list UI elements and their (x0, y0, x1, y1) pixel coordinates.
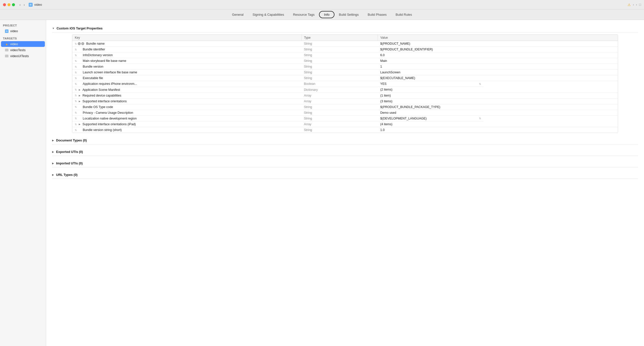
table-row: ⇅ ▶ Required device capabilities Array (… (72, 93, 618, 98)
window-controls (3, 3, 15, 6)
target-videouitests-label: videoUITests (10, 54, 29, 58)
table-row: ⇅ Launch screen interface file base name… (72, 70, 618, 75)
table-row: ⇅ Bundle OS Type code String $(PRODUCT_B… (72, 104, 618, 110)
value-cell: (4 items) (378, 122, 618, 127)
table-row: ⇅ Main storyboard file base name String … (72, 58, 618, 64)
file-icon: ▤ (29, 3, 33, 7)
stepper-icon: ⇅ (75, 111, 77, 114)
sidebar-item-video-target[interactable]: ▲ video (1, 41, 45, 47)
warning-icon: ⚠ (628, 3, 631, 7)
stepper-icon: ⇅ (75, 60, 77, 62)
row-plus-btn[interactable]: + (81, 42, 84, 45)
table-row: ⇅ ▶ Application Scene Manifest Dictionar… (72, 87, 618, 93)
file-name: video (34, 3, 42, 7)
table-row: ⇅ Bundle identifier String $(PRODUCT_BUN… (72, 47, 618, 52)
type-cell: Array (301, 98, 378, 104)
key-cell: ⇅ Bundle version (75, 65, 299, 68)
stepper-icon: ⇅ (75, 77, 77, 80)
targets-section-label: TARGETS (0, 36, 46, 41)
section-title-url: URL Types (0) (56, 173, 78, 177)
key-label: Bundle version (83, 65, 104, 68)
type-cell: String (301, 116, 378, 122)
key-cell: ⇅ InfoDictionary version (75, 53, 299, 57)
key-cell: ⇅ Bundle version string (short) (75, 128, 299, 132)
close-button[interactable] (3, 3, 6, 6)
tabbar: General Signing & Capabilities Resource … (0, 10, 644, 20)
table-row: ⇅ Application requires iPhone environm..… (72, 81, 618, 87)
key-cell: ⇅ Main storyboard file base name (75, 59, 299, 63)
expand-arrow[interactable]: ▶ (79, 89, 80, 91)
folder-icon-tests (5, 49, 8, 51)
expand-arrow[interactable]: ▶ (79, 123, 80, 126)
key-label: Bundle identifier (83, 48, 105, 51)
key-cell: ⇅ Bundle OS Type code (75, 105, 299, 109)
section-exported-utis[interactable]: ▶ Exported UTIs (0) (52, 147, 638, 156)
key-label: Launch screen interface file base name (83, 71, 137, 74)
type-cell: Array (301, 122, 378, 127)
section-triangle-doc: ▶ (52, 139, 54, 142)
section-custom-ios[interactable]: ▼ Custom iOS Target Properties (52, 24, 638, 33)
type-cell: String (301, 75, 378, 81)
key-label: Required device capabilities (82, 94, 121, 97)
titlebar: ‹ › ▤ video ⚠ ‹ › □ (0, 0, 644, 10)
stepper-icon: ⇅ (75, 54, 77, 57)
expand-arrow[interactable]: ▶ (79, 100, 80, 103)
tab-build-rules[interactable]: Build Rules (391, 12, 416, 18)
section-imported-utis[interactable]: ▶ Imported UTIs (0) (52, 159, 638, 167)
main-layout: PROJECT ▤ video TARGETS ▲ video videoTes… (0, 20, 644, 346)
type-cell: String (301, 47, 378, 52)
stepper-icon: ⇅ (75, 65, 77, 68)
tab-resource[interactable]: Resource Tags (288, 12, 319, 18)
col-header-type: Type (301, 35, 378, 41)
back-button[interactable]: ‹ (18, 2, 22, 7)
table-row: ⇅ ▶ Supported interface orientations (iP… (72, 122, 618, 127)
type-cell: String (301, 110, 378, 116)
sidebar-item-video-project[interactable]: ▤ video (1, 28, 45, 34)
value-cell: (2 items) (378, 87, 618, 93)
stepper-icon: ⇅ (75, 106, 77, 108)
forward-button[interactable]: › (23, 2, 26, 7)
type-cell: String (301, 127, 378, 133)
key-cell: ⇅ Bundle identifier (75, 48, 299, 51)
key-cell: ⇅ ▶ Supported interface orientations (75, 100, 299, 103)
titlebar-right: ⚠ ‹ › □ (628, 3, 641, 7)
tab-build-settings[interactable]: Build Settings (334, 12, 363, 18)
window-size-icon: □ (639, 3, 641, 7)
type-cell: String (301, 52, 378, 58)
key-label: Executable file (83, 76, 103, 80)
row-minus-btn[interactable]: − (78, 42, 81, 45)
tab-info[interactable]: Info (319, 11, 334, 18)
type-cell: String (301, 104, 378, 110)
value-cell: $(EXECUTABLE_NAME) (378, 75, 618, 81)
project-section-label: PROJECT (0, 23, 46, 28)
stepper-icon: ⇅ (75, 117, 77, 120)
key-label: Bundle OS Type code (83, 105, 113, 109)
key-label: Main storyboard file base name (83, 59, 126, 63)
table-row: ⇅ Bundle version String 1 (72, 64, 618, 70)
sidebar-item-videoTests[interactable]: videoTests (1, 47, 45, 53)
stepper-icon: ⇅ (75, 129, 77, 131)
tab-build-phases[interactable]: Build Phases (363, 12, 391, 18)
section-url-types[interactable]: ▶ URL Types (0) (52, 170, 638, 179)
expand-arrow[interactable]: ▶ (79, 94, 80, 97)
tab-signing[interactable]: Signing & Capabilities (248, 12, 288, 18)
type-cell: Dictionary (301, 87, 378, 93)
type-cell: String (301, 58, 378, 64)
sidebar-item-videoUITests[interactable]: videoUITests (1, 53, 45, 59)
value-cell: $(PRODUCT_NAME) (378, 41, 618, 47)
value-stepper: ⇅ (479, 83, 481, 85)
maximize-button[interactable] (12, 3, 15, 6)
target-video-label: video (10, 42, 18, 46)
key-label: Application requires iPhone environm... (83, 82, 137, 86)
minimize-button[interactable] (8, 3, 10, 6)
section-title-doc: Document Types (0) (56, 138, 87, 142)
tab-general[interactable]: General (228, 12, 248, 18)
content-area: ▼ Custom iOS Target Properties Key Type … (46, 20, 644, 346)
value-cell: (3 items) (378, 98, 618, 104)
key-label: Localization native development region (83, 117, 136, 120)
stepper-icon: ⇅ (75, 71, 77, 74)
section-document-types[interactable]: ▶ Document Types (0) (52, 136, 638, 144)
value-cell: 1.0 (378, 127, 618, 133)
value-cell: (1 item) (378, 93, 618, 98)
key-label: InfoDictionary version (83, 53, 113, 57)
